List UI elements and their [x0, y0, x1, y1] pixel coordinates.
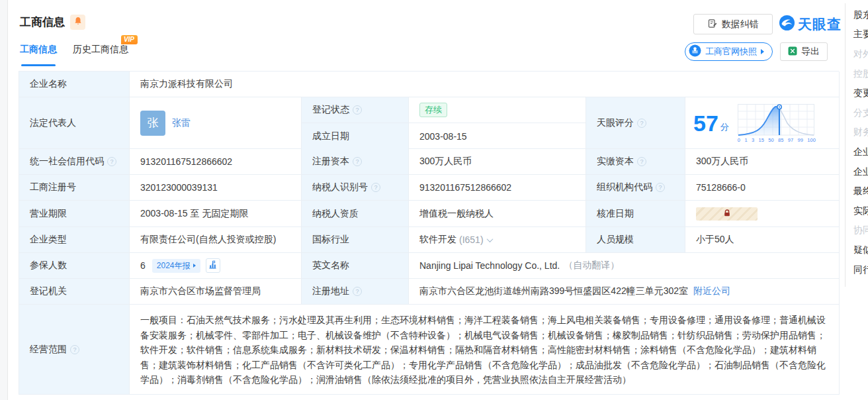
field-label-tyc-score: 天眼评分	[586, 97, 685, 149]
locked-value[interactable]	[696, 207, 758, 221]
sidebar-item[interactable]: 控股	[845, 64, 868, 84]
sidebar-item[interactable]: 对外	[845, 44, 868, 64]
field-label-reg-status: 登记状态	[302, 97, 409, 123]
sidebar-item[interactable]: 股东	[845, 5, 868, 25]
tab-history-business-info[interactable]: 历史工商信息 VIP	[73, 44, 128, 56]
field-label-org-code: 组织机构代码	[586, 175, 685, 201]
export-button[interactable]: 导出	[780, 42, 828, 61]
field-value-insured-count: 6 2024年报	[130, 253, 302, 279]
field-label-company-name: 企业名称	[19, 72, 130, 97]
field-value-legal-rep: 张 张雷	[130, 97, 302, 149]
field-label-reg-authority: 登记机关	[19, 279, 130, 305]
field-value-company-type: 有限责任公司(自然人投资或控股)	[130, 227, 302, 253]
correction-label: 数据纠错	[722, 19, 759, 30]
field-label-insured-count: 参保人数	[19, 253, 130, 279]
bell-icon	[74, 17, 82, 28]
help-icon[interactable]	[637, 119, 646, 128]
anchor-nav: 股东主要对外控股变更分支财务企业企业最终实际协同疑似同行	[845, 0, 868, 400]
excel-icon	[788, 46, 797, 58]
official-snapshot-button[interactable]: 工商官网快照	[685, 42, 773, 61]
arrow-right-icon	[761, 49, 764, 54]
field-label-business-scope: 经营范围	[19, 305, 130, 395]
status-date-subtable: 登记状态 存续 成立日期 2003-08-15	[302, 97, 586, 149]
sidebar-item[interactable]: 最终	[845, 181, 868, 201]
tab-business-info[interactable]: 工商信息	[20, 44, 57, 56]
score-bell-curve-chart: 0131550859799100	[737, 103, 816, 143]
field-value-tyc-score[interactable]: 57 分	[685, 97, 840, 149]
tianyancha-logo-icon	[779, 15, 795, 34]
field-label-reg-address: 注册地址	[302, 279, 409, 305]
field-value-taxpayer-quality: 增值税一般纳税人	[409, 201, 586, 227]
score-unit: 分	[720, 121, 729, 133]
help-icon[interactable]	[70, 345, 79, 354]
field-label-establish-date: 成立日期	[302, 123, 409, 149]
business-info-table: 企业名称 南京力派科技有限公司 法定代表人 张 张雷 登记状态 存续 成立日期 …	[19, 71, 839, 395]
field-label-taxpayer-quality: 纳税人资质	[302, 201, 409, 227]
legal-rep-name-link[interactable]: 张雷	[172, 117, 191, 129]
field-label-approval-date: 核准日期	[586, 201, 685, 227]
monitor-bell-button[interactable]	[70, 15, 85, 30]
field-value-industry[interactable]: 软件开发(I651)	[409, 227, 586, 253]
field-value-company-name: 南京力派科技有限公司	[130, 72, 840, 97]
field-label-reg-capital: 注册资本	[302, 149, 409, 175]
field-label-industry: 国标行业	[302, 227, 409, 253]
field-value-paid-capital: 300万人民币	[685, 149, 840, 175]
sidebar-item[interactable]: 主要	[845, 25, 868, 45]
field-value-reg-number: 320123000039131	[130, 175, 302, 201]
field-label-legal-rep: 法定代表人	[19, 97, 130, 149]
help-icon[interactable]	[353, 157, 362, 166]
sidebar-item[interactable]: 企业	[845, 162, 868, 182]
page-title: 工商信息	[20, 15, 65, 30]
sidebar-item[interactable]: 变更	[845, 83, 868, 103]
sidebar-item[interactable]: 协同	[845, 221, 868, 241]
sidebar-item[interactable]: 实际	[845, 201, 868, 221]
help-icon[interactable]	[371, 183, 380, 192]
score-axis-ticks: 0131550859799100	[737, 137, 816, 143]
status-badge: 存续	[419, 103, 447, 117]
arrow-right-icon	[193, 264, 196, 268]
sidebar-item[interactable]: 企业	[845, 142, 868, 162]
chevron-down-icon[interactable]	[486, 236, 493, 242]
field-value-reg-status: 存续	[409, 97, 586, 123]
help-icon[interactable]	[353, 105, 362, 115]
field-label-reg-number: 工商注册号	[19, 175, 130, 201]
help-icon[interactable]	[353, 287, 362, 296]
sidebar-item[interactable]: 财务	[845, 123, 868, 143]
field-value-establish-date: 2003-08-15	[409, 123, 586, 149]
export-label: 导出	[801, 46, 820, 58]
insured-trend-button[interactable]	[206, 258, 220, 273]
field-value-approval-date	[685, 201, 840, 227]
annual-report-tag[interactable]: 2024年报	[152, 259, 200, 273]
field-label-business-term: 营业期限	[19, 201, 130, 227]
sidebar-item[interactable]: 疑似	[845, 240, 868, 260]
sidebar-item[interactable]: 同行	[845, 260, 868, 280]
field-value-taxpayer-id: 913201167512866602	[409, 175, 586, 201]
field-label-paid-capital: 实缴资本	[586, 149, 685, 175]
legal-rep-avatar[interactable]: 张	[140, 111, 165, 136]
field-label-staff-size: 人员规模	[586, 227, 685, 253]
sidebar-item[interactable]: 分支	[845, 103, 868, 123]
left-divider-strip	[0, 0, 8, 400]
field-value-reg-address: 南京市六合区龙池街道雄州南路399号恒盛园区422幢三单元302室 附近公司	[409, 279, 840, 305]
score-value: 57	[693, 112, 718, 134]
help-icon[interactable]	[656, 183, 665, 192]
vip-badge: VIP	[121, 35, 138, 44]
field-label-credit-code: 统一社会信用代码	[19, 149, 130, 175]
nearby-companies-link[interactable]: 附近公司	[693, 285, 730, 297]
help-icon[interactable]	[637, 157, 646, 166]
field-label-company-type: 企业类型	[19, 227, 130, 253]
field-value-english-name: Nanjing Lipai Technology Co., Ltd. （自动翻译…	[409, 253, 840, 279]
annual-report-chart-icon	[208, 260, 217, 271]
field-value-reg-authority: 南京市六合区市场监督管理局	[130, 279, 302, 305]
lock-icon	[723, 209, 731, 219]
field-label-taxpayer-id: 纳税人识别号	[302, 175, 409, 201]
tianyancha-logo-text: 天眼查	[798, 15, 842, 34]
help-icon[interactable]	[107, 157, 116, 166]
field-value-reg-capital: 300万人民币	[409, 149, 586, 175]
snapshot-label: 工商官网快照	[705, 46, 757, 58]
field-label-english-name: 英文名称	[302, 253, 409, 279]
stamp-icon	[689, 44, 701, 59]
data-correction-button[interactable]: 数据纠错	[693, 14, 773, 34]
tianyancha-logo[interactable]: 天眼查	[779, 15, 842, 34]
auto-translate-note: （自动翻译）	[564, 260, 619, 272]
